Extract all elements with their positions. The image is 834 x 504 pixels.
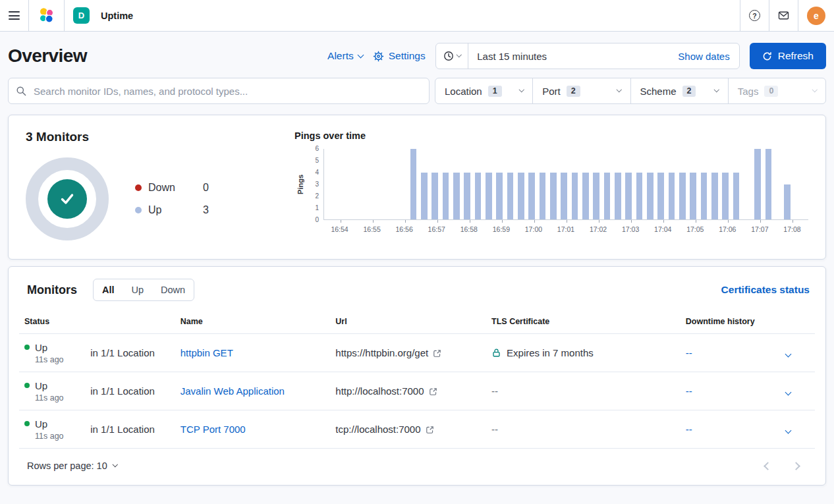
legend-down: Down 0	[135, 182, 209, 194]
expand-row-button[interactable]	[782, 345, 794, 361]
snapshot-panel: 3 Monitors Down 0	[8, 115, 826, 260]
chevron-down-icon	[785, 351, 792, 358]
legend-value: 0	[203, 182, 209, 194]
monitor-name-link[interactable]: Javalin Web Application	[181, 385, 285, 397]
downtime-value: --	[686, 385, 692, 397]
monitor-location: in 1/1 Location	[85, 334, 175, 372]
table-header-row: Status Name Url TLS Certificate Downtime…	[19, 312, 815, 334]
filter-tags: Tags 0	[728, 78, 825, 103]
alerts-label: Alerts	[327, 50, 354, 62]
previous-page-button[interactable]	[765, 460, 771, 472]
rows-per-page-label: Rows per page: 10	[27, 461, 107, 471]
filter-label: Location	[445, 86, 482, 97]
pings-x-axis: 16:5416:5516:5616:5716:5816:5917:0017:01…	[323, 220, 808, 240]
clock-icon	[443, 51, 454, 61]
topbar-spacer	[142, 0, 740, 31]
help-icon: ?	[749, 10, 760, 21]
user-menu-button[interactable]: e	[798, 0, 834, 31]
filter-label: Port	[542, 86, 561, 97]
expand-row-button[interactable]	[782, 383, 794, 399]
deployment-badge[interactable]: D	[73, 7, 90, 24]
column-header-downtime: Downtime history	[681, 312, 777, 334]
page-header: Overview Alerts Settings	[8, 32, 826, 78]
chevron-down-icon	[785, 389, 792, 396]
table-footer: Rows per page: 10	[19, 449, 815, 482]
tab-up[interactable]: Up	[123, 279, 153, 300]
filter-scheme[interactable]: Scheme 2	[630, 78, 728, 103]
pings-chart-plot	[323, 149, 808, 220]
date-quick-select-button[interactable]	[436, 43, 469, 69]
filter-count-badge: 0	[764, 86, 778, 97]
lock-icon	[491, 348, 501, 358]
tab-all[interactable]: All	[94, 279, 123, 300]
filter-port[interactable]: Port 2	[532, 78, 630, 103]
chevron-down-icon	[812, 87, 817, 92]
chevron-down-icon	[519, 87, 524, 92]
date-range-button[interactable]: Last 15 minutes	[468, 43, 669, 69]
monitors-title: Monitors	[27, 283, 77, 297]
menu-button[interactable]	[0, 0, 29, 31]
up-status-dot	[24, 345, 30, 350]
pagination	[765, 460, 806, 472]
pings-chart-title: Pings over time	[294, 130, 808, 141]
hamburger-icon	[9, 9, 20, 22]
breadcrumb: Uptime	[90, 11, 133, 21]
settings-label: Settings	[389, 50, 426, 62]
legend-up: Up 3	[135, 204, 209, 216]
expand-row-button[interactable]	[782, 421, 794, 437]
status-ago: 11s ago	[35, 355, 80, 364]
chevron-down-icon	[785, 428, 792, 434]
settings-button[interactable]: Settings	[373, 50, 426, 62]
all-up-indicator	[47, 179, 87, 219]
show-dates-button[interactable]: Show dates	[669, 43, 738, 69]
up-status-dot	[135, 207, 142, 213]
tls-expiry-text: --	[491, 424, 498, 435]
header-controls: Alerts Settings	[327, 43, 826, 69]
filter-count-badge: 2	[682, 86, 696, 97]
monitor-name-link[interactable]: httpbin GET	[181, 347, 233, 358]
monitor-url: tcp://localhost:7000	[335, 424, 420, 435]
monitor-name-link[interactable]: TCP Port 7000	[181, 424, 246, 435]
column-header-location	[85, 312, 175, 334]
alerts-dropdown-button[interactable]: Alerts	[327, 50, 363, 62]
table-row: Up 11s ago in 1/1 Location TCP Port 7000…	[19, 410, 815, 449]
next-page-button[interactable]	[793, 460, 799, 472]
search-icon	[16, 86, 26, 96]
help-button[interactable]: ?	[740, 0, 769, 31]
status-ago: 11s ago	[35, 393, 80, 403]
external-link-icon[interactable]	[426, 426, 434, 434]
refresh-label: Refresh	[778, 50, 814, 62]
elastic-logo[interactable]	[29, 0, 65, 31]
gear-icon	[373, 51, 384, 62]
tab-down[interactable]: Down	[152, 279, 194, 300]
up-status-dot	[24, 383, 30, 388]
certificates-status-link[interactable]: Certificates status	[721, 284, 810, 296]
table-row: Up 11s ago in 1/1 Location Javalin Web A…	[19, 372, 815, 410]
filter-location[interactable]: Location 1	[435, 78, 532, 103]
page-title: Overview	[8, 45, 87, 67]
rows-per-page-button[interactable]: Rows per page: 10	[27, 461, 117, 471]
search-input[interactable]	[8, 78, 430, 104]
downtime-value: --	[686, 424, 692, 435]
chevron-down-icon	[113, 462, 118, 467]
external-link-icon[interactable]	[433, 349, 441, 358]
newsfeed-button[interactable]	[769, 0, 798, 31]
tls-expiry-text: Expires in 7 months	[507, 347, 594, 358]
pings-y-axis-label: Pings	[296, 175, 304, 194]
status-ago: 11s ago	[35, 432, 80, 441]
deployment-section: D Uptime	[65, 0, 142, 31]
column-header-tls: TLS Certificate	[486, 312, 681, 334]
status-text: Up	[35, 418, 47, 430]
chevron-right-icon	[792, 462, 800, 470]
legend-value: 3	[203, 204, 209, 216]
monitor-url: http://localhost:7000	[335, 385, 424, 397]
avatar: e	[807, 7, 825, 25]
external-link-icon[interactable]	[429, 387, 437, 396]
envelope-icon	[778, 10, 789, 21]
filter-count-badge: 1	[488, 86, 502, 97]
refresh-button[interactable]: Refresh	[750, 43, 826, 69]
elastic-logo-icon	[38, 7, 55, 24]
status-text: Up	[35, 380, 47, 391]
column-header-url: Url	[330, 312, 486, 334]
filter-label: Tags	[738, 86, 759, 97]
